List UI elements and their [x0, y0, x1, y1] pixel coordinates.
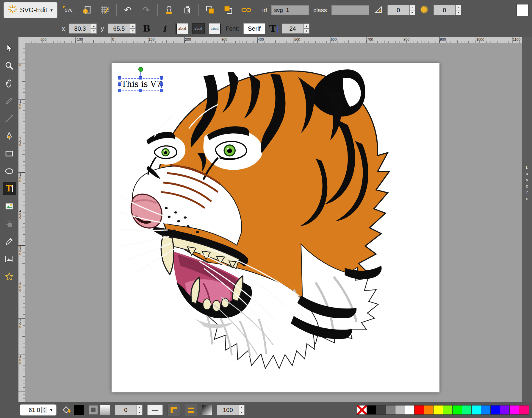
bold-button[interactable]: B: [140, 22, 154, 35]
font-family-button[interactable]: Serif: [243, 23, 265, 34]
ruler-label: 500: [294, 38, 300, 42]
palette-swatch[interactable]: [357, 405, 367, 414]
tiger-drawing[interactable]: [112, 63, 439, 392]
pan-tool[interactable]: [3, 77, 16, 90]
clone-stamp-button[interactable]: [162, 3, 176, 17]
y-input[interactable]: [108, 24, 130, 34]
image-library-tool[interactable]: [3, 252, 16, 266]
palette-swatch[interactable]: [434, 405, 443, 414]
selection-grip-s[interactable]: [139, 89, 142, 92]
element-class-input[interactable]: [331, 5, 369, 15]
angle-down-button[interactable]: ▼: [409, 10, 415, 15]
make-link-button[interactable]: [240, 3, 253, 17]
line-tool[interactable]: [3, 112, 16, 125]
delete-button[interactable]: [180, 3, 194, 17]
text-anchor-start-button[interactable]: abcd: [176, 23, 188, 34]
angle-input[interactable]: [387, 5, 409, 15]
ellipse-tool[interactable]: [3, 164, 16, 178]
ruler-label: 600: [19, 282, 23, 292]
stroke-width-up-button[interactable]: ▲: [137, 405, 143, 410]
palette-swatch[interactable]: [472, 405, 481, 414]
star-tool[interactable]: [3, 270, 16, 283]
opacity-up-button[interactable]: ▲: [239, 405, 245, 410]
palette-swatch[interactable]: [462, 405, 472, 414]
document-properties-button[interactable]: [80, 3, 94, 17]
selection-grip-w[interactable]: [118, 82, 121, 86]
zoom-dropdown-icon[interactable]: ▼: [48, 408, 54, 412]
angle-up-button[interactable]: ▲: [409, 5, 415, 10]
palette-swatch[interactable]: [453, 405, 462, 414]
main-menu-button[interactable]: SVG-Edit ▼: [4, 2, 57, 18]
palette-swatch[interactable]: [414, 405, 424, 414]
zoom-input[interactable]: [22, 407, 40, 414]
ruler-label: 500: [19, 245, 23, 256]
x-up-button[interactable]: ▲: [91, 24, 97, 29]
palette-swatch[interactable]: [510, 405, 519, 414]
font-size-up-button[interactable]: ▲: [304, 24, 309, 29]
pencil-tool[interactable]: [3, 94, 16, 107]
select-tool[interactable]: [3, 41, 16, 55]
rect-tool[interactable]: [3, 147, 16, 160]
linecap-button[interactable]: [185, 404, 197, 416]
palette-swatch[interactable]: [481, 405, 491, 414]
blur-down-button[interactable]: ▼: [456, 10, 461, 15]
image-tool[interactable]: [3, 199, 16, 213]
zoom-down-button[interactable]: ▼: [41, 410, 47, 413]
path-tool[interactable]: [3, 129, 16, 143]
palette-swatch[interactable]: [519, 405, 529, 414]
zoom-up-button[interactable]: ▲: [41, 407, 47, 410]
text-tool[interactable]: T: [3, 182, 16, 195]
background-color-swatch[interactable]: [517, 4, 528, 16]
y-down-button[interactable]: ▼: [130, 29, 136, 34]
linejoin-button[interactable]: [168, 404, 180, 416]
font-size-input[interactable]: [282, 24, 304, 34]
selection-grip-sw[interactable]: [118, 89, 121, 92]
rotate-grip[interactable]: [138, 67, 143, 72]
palette-swatch[interactable]: [424, 405, 434, 414]
svg-canvas[interactable]: This is V7: [112, 63, 439, 392]
palette-swatch[interactable]: [395, 405, 405, 414]
workarea[interactable]: This is V7: [25, 43, 522, 402]
selection-grip-se[interactable]: [160, 89, 163, 92]
x-input[interactable]: [69, 24, 91, 34]
selection-grip-e[interactable]: [160, 82, 163, 86]
stroke-dash-select[interactable]: —: [147, 405, 163, 415]
editor-preferences-button[interactable]: [98, 3, 112, 17]
undo-button[interactable]: ↶: [121, 3, 135, 17]
palette-swatch[interactable]: [443, 405, 453, 414]
font-size-down-button[interactable]: ▼: [304, 29, 309, 34]
opacity-down-button[interactable]: ▼: [239, 410, 245, 415]
stroke-color-swatch[interactable]: [100, 405, 110, 415]
blur-input[interactable]: [434, 5, 456, 15]
redo-button[interactable]: ↷: [139, 3, 153, 17]
stroke-width-input[interactable]: [115, 405, 137, 415]
element-id-input[interactable]: [271, 5, 309, 15]
fill-color-swatch[interactable]: [74, 405, 84, 415]
move-to-bottom-button[interactable]: [203, 3, 217, 17]
selection-grip-nw[interactable]: [118, 76, 121, 79]
ruler-label: 100: [19, 99, 23, 110]
zoom-tool[interactable]: [3, 59, 16, 72]
x-down-button[interactable]: ▼: [91, 29, 97, 34]
shape-library-tool[interactable]: [3, 217, 16, 230]
palette-swatch[interactable]: [491, 405, 500, 414]
selection-grip-ne[interactable]: [160, 76, 163, 79]
italic-button[interactable]: i: [158, 22, 171, 35]
selection-grip-n[interactable]: [139, 76, 142, 79]
text-anchor-end-button[interactable]: abcd: [209, 23, 221, 34]
source-code-button[interactable]: SVG: [62, 3, 76, 17]
palette-swatch[interactable]: [386, 405, 395, 414]
y-up-button[interactable]: ▲: [130, 24, 136, 29]
move-to-top-button[interactable]: [221, 3, 235, 17]
bottom-toolbar: ▲▼ ▼ ▲▼ — ▲▼: [0, 402, 532, 418]
layers-panel-toggle[interactable]: Layers: [522, 37, 532, 402]
palette-swatch[interactable]: [405, 405, 414, 414]
eyedropper-tool[interactable]: [3, 235, 16, 248]
palette-swatch[interactable]: [500, 405, 510, 414]
palette-swatch[interactable]: [367, 405, 376, 414]
palette-swatch[interactable]: [376, 405, 386, 414]
opacity-input[interactable]: [217, 405, 239, 415]
text-anchor-middle-button[interactable]: abcd: [192, 23, 205, 34]
stroke-width-down-button[interactable]: ▼: [137, 410, 143, 415]
blur-up-button[interactable]: ▲: [456, 5, 461, 10]
